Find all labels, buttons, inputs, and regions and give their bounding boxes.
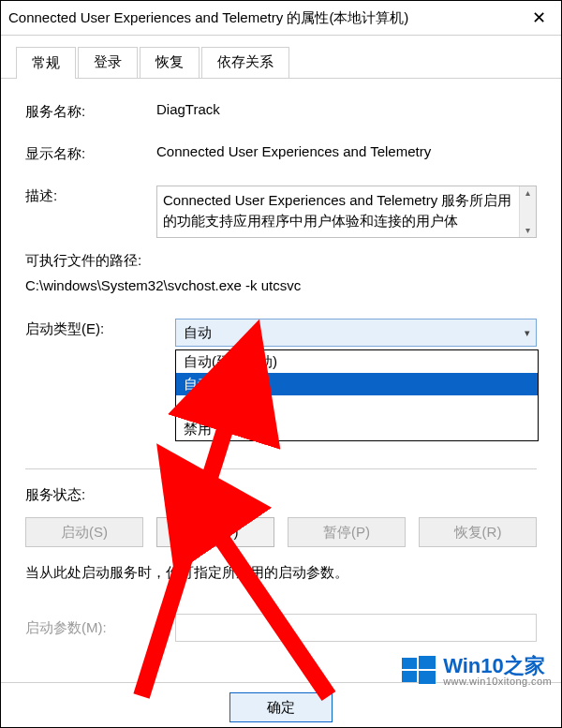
startup-type-select[interactable]: 自动 ▾	[175, 319, 537, 347]
watermark-brand-en: Win10	[443, 654, 504, 677]
tab-panel-general: 服务名称: DiagTrack 显示名称: Connected User Exp…	[1, 79, 561, 642]
description-textbox[interactable]: Connected User Experiences and Telemetry…	[156, 186, 537, 238]
button-label: 停止(T)	[192, 524, 238, 542]
divider	[25, 468, 537, 469]
option-label: 禁用	[184, 421, 212, 438]
option-auto[interactable]: 自动	[176, 373, 538, 395]
tab-recovery[interactable]: 恢复	[140, 47, 200, 78]
startup-type-dropdown[interactable]: 自动(延迟启动) 自动 手动 禁用	[175, 349, 539, 441]
watermark: Win10之家 www.win10xitong.com	[400, 652, 552, 690]
row-description: 描述: Connected User Experiences and Telem…	[25, 186, 537, 238]
tab-label: 常规	[32, 54, 60, 70]
value-service-status: 正在运行	[175, 484, 537, 502]
tab-general[interactable]: 常规	[16, 47, 76, 79]
ok-button[interactable]: 确定	[229, 692, 333, 722]
value-display-name: Connected User Experiences and Telemetry	[156, 143, 537, 159]
startup-type-value: 自动	[184, 324, 212, 342]
label-service-status: 服务状态:	[25, 484, 175, 504]
exe-path-block: 可执行文件的路径: C:\windows\System32\svchost.ex…	[25, 247, 537, 298]
button-label: 暂停(P)	[323, 524, 370, 542]
button-label: 启动(S)	[61, 524, 108, 542]
tab-dependencies[interactable]: 依存关系	[201, 47, 289, 78]
properties-dialog: Connected User Experiences and Telemetry…	[0, 0, 562, 728]
svg-rect-5	[419, 671, 436, 684]
scroll-down-icon: ▾	[525, 224, 530, 238]
row-display-name: 显示名称: Connected User Experiences and Tel…	[25, 143, 537, 163]
windows-logo-icon	[400, 652, 437, 690]
label-startup-type: 启动类型(E):	[25, 319, 175, 338]
watermark-brand-zh: 之家	[504, 654, 545, 677]
tab-logon[interactable]: 登录	[78, 47, 138, 78]
startup-params-input	[175, 614, 537, 642]
scroll-up-icon: ▴	[525, 186, 530, 201]
pause-button: 暂停(P)	[288, 517, 406, 547]
titlebar: Connected User Experiences and Telemetry…	[1, 1, 561, 35]
option-label: 手动	[184, 398, 212, 416]
watermark-brand: Win10之家	[443, 655, 552, 676]
value-exe-path: C:\windows\System32\svchost.exe -k utcsv…	[25, 273, 537, 298]
svg-rect-2	[402, 658, 417, 669]
row-startup-type: 启动类型(E): 自动 ▾	[25, 319, 537, 347]
resume-button: 恢复(R)	[419, 517, 537, 547]
option-disabled[interactable]: 禁用	[176, 418, 538, 440]
svg-rect-3	[419, 656, 436, 669]
tab-label: 依存关系	[217, 53, 274, 69]
row-service-name: 服务名称: DiagTrack	[25, 101, 537, 121]
value-service-name: DiagTrack	[156, 101, 537, 117]
close-icon: ✕	[532, 7, 546, 28]
tab-label: 登录	[94, 53, 122, 69]
watermark-url: www.win10xitong.com	[443, 676, 552, 688]
svg-rect-4	[402, 671, 417, 682]
description-text: Connected User Experiences and Telemetry…	[163, 192, 511, 229]
startup-params-note: 当从此处启动服务时，你可指定所适用的启动参数。	[25, 564, 537, 582]
tab-label: 恢复	[155, 53, 184, 69]
tab-bar: 常规 登录 恢复 依存关系	[1, 36, 561, 79]
row-service-status: 服务状态: 正在运行	[25, 484, 537, 504]
label-exe-path: 可执行文件的路径:	[25, 247, 537, 273]
option-auto-delayed[interactable]: 自动(延迟启动)	[176, 350, 538, 373]
option-manual[interactable]: 手动	[176, 395, 538, 418]
window-title: Connected User Experiences and Telemetry…	[8, 9, 520, 27]
start-button: 启动(S)	[25, 517, 143, 547]
chevron-down-icon: ▾	[525, 327, 530, 339]
row-startup-params: 启动参数(M):	[25, 614, 537, 642]
label-description: 描述:	[25, 186, 156, 205]
label-startup-params: 启动参数(M):	[25, 619, 175, 637]
close-button[interactable]: ✕	[520, 1, 557, 35]
button-label: 确定	[267, 699, 295, 717]
label-display-name: 显示名称:	[25, 143, 156, 163]
scrollbar[interactable]: ▴ ▾	[519, 186, 536, 237]
stop-button[interactable]: 停止(T)	[156, 517, 274, 547]
service-control-buttons: 启动(S) 停止(T) 暂停(P) 恢复(R)	[25, 517, 537, 547]
label-service-name: 服务名称:	[25, 101, 156, 121]
button-label: 恢复(R)	[454, 524, 502, 542]
option-label: 自动(延迟启动)	[184, 353, 277, 371]
watermark-text: Win10之家 www.win10xitong.com	[443, 655, 552, 688]
option-label: 自动	[184, 376, 212, 394]
